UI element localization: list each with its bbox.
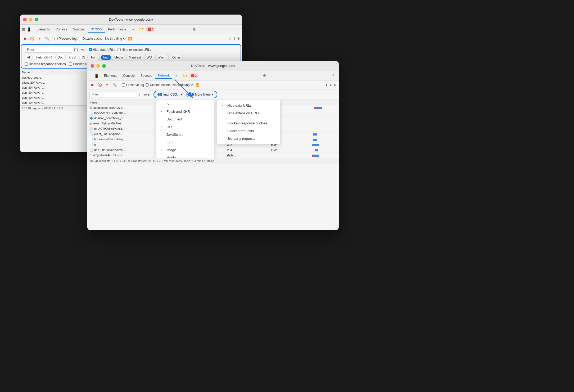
hide-data-urls-checkbox-1[interactable] — [89, 48, 92, 51]
filter-other-1[interactable]: Other — [170, 55, 183, 60]
inspect-icon[interactable]: ⊡ — [22, 27, 25, 31]
disable-cache-label-1[interactable]: Disable cache — [78, 37, 102, 40]
device-icon[interactable]: 📱 — [27, 27, 31, 31]
more-filter-hide-data[interactable]: ✓ Hide data URLs — [217, 102, 280, 109]
dropdown-font[interactable]: Font — [156, 138, 214, 146]
type-filter-chip[interactable]: 3 Img, CSS... ▾ — [155, 92, 185, 97]
search-button-2[interactable]: 🔍 — [112, 82, 117, 88]
devtools-window-2: DevTools - www.google.com/ ⊡ 📱 Elements … — [87, 61, 339, 230]
dropdown-all[interactable]: All — [156, 100, 214, 108]
more-icon-1[interactable]: ⋮ — [234, 26, 240, 33]
cell-timing — [307, 126, 339, 132]
disable-cache-label-2[interactable]: Disable cache — [146, 83, 170, 87]
clear-button-2[interactable]: 🚫 — [97, 82, 103, 88]
minimize-button-2[interactable] — [96, 64, 100, 68]
check-icon-js — [160, 133, 164, 137]
tab-elements-2[interactable]: Elements — [101, 73, 120, 79]
invert-label-2[interactable]: Invert — [139, 93, 151, 96]
blocked-cookies-label-1[interactable]: Blocked response cookies — [25, 62, 66, 66]
hide-data-urls-label-1[interactable]: Hide data URLs — [89, 48, 115, 52]
dropdown-media[interactable]: Media — [156, 154, 214, 158]
filter-button-1[interactable]: ▼ — [37, 36, 43, 42]
hide-ext-urls-checkbox-1[interactable] — [117, 48, 121, 51]
col-timing-2[interactable] — [307, 100, 339, 105]
inspect-icon-2[interactable]: ⊡ — [89, 74, 93, 78]
filter-img-1[interactable]: Img — [101, 55, 111, 60]
more-filters-chip[interactable]: 1 More filters ▾ — [186, 92, 216, 97]
err-badge-1: 🟥 3 — [146, 27, 155, 31]
dropdown-javascript[interactable]: JavaScript — [156, 131, 214, 138]
tab-network-2[interactable]: Network — [155, 73, 172, 79]
more-filter-third-party[interactable]: 3rd-party requests — [217, 135, 280, 142]
preserve-log-label-2[interactable]: Preserve log — [122, 83, 144, 87]
maximize-button-1[interactable] — [35, 18, 38, 21]
tab-console-1[interactable]: Console — [53, 26, 70, 32]
filter-input-1[interactable] — [25, 47, 72, 53]
disable-cache-checkbox-1[interactable] — [78, 37, 81, 40]
dropdown-document[interactable]: Document — [156, 115, 214, 123]
filter-font-1[interactable]: Font — [89, 55, 100, 60]
sep-2 — [120, 83, 120, 87]
tab-more-1[interactable]: » — [129, 26, 137, 32]
more-filter-blocked-cookies[interactable]: Blocked response cookies — [217, 119, 280, 127]
filter-ws-1[interactable]: WS — [144, 55, 154, 60]
filter-wasm-1[interactable]: Wasm — [155, 55, 169, 60]
tab-sources-1[interactable]: Sources — [70, 26, 87, 32]
filter-manifest-1[interactable]: Manifest — [126, 55, 143, 60]
filter-fetchxhr-1[interactable]: Fetch/XHR — [34, 55, 54, 60]
more-filter-hide-ext[interactable]: Hide extension URLs — [217, 109, 280, 117]
disable-cache-checkbox-2[interactable] — [146, 83, 149, 87]
preserve-log-checkbox-1[interactable] — [55, 37, 58, 40]
sep-1 — [52, 36, 52, 41]
settings-icon-1[interactable]: ⚙ — [237, 37, 240, 40]
xhr-icon: ◈ — [89, 122, 92, 125]
search-button-1[interactable]: 🔍 — [44, 36, 50, 42]
maximize-button-2[interactable] — [102, 64, 106, 68]
tab-sources-2[interactable]: Sources — [138, 73, 155, 79]
tab-console-2[interactable]: Console — [120, 73, 137, 79]
preserve-log-label-1[interactable]: Preserve log — [55, 37, 76, 40]
check-icon-media — [160, 156, 164, 158]
filter-input-2[interactable] — [89, 92, 137, 97]
tab-elements-1[interactable]: Elements — [34, 26, 52, 32]
minimize-button-1[interactable] — [29, 18, 33, 21]
doc-icon-4: 📄 — [89, 148, 93, 151]
more-icon-2[interactable]: ⋮ — [331, 73, 337, 79]
hide-ext-urls-label-1[interactable]: Hide extension URLs — [117, 48, 152, 52]
title-bar-1: DevTools - www.google.com/ — [20, 15, 242, 25]
throttle-select-1[interactable]: No throttling — [104, 37, 126, 41]
preserve-log-checkbox-2[interactable] — [122, 83, 125, 87]
throttle-select-2[interactable]: No throttling — [171, 83, 194, 87]
settings-icon-2[interactable]: ⚙ — [334, 83, 337, 87]
dropdown-css[interactable]: ✓ CSS — [156, 123, 214, 131]
close-button-2[interactable] — [91, 64, 94, 68]
traffic-lights-2 — [91, 64, 106, 68]
more-filter-blocked-req[interactable]: Blocked requests — [217, 127, 280, 135]
filter-css-1[interactable]: CSS — [67, 55, 78, 60]
doc-icon: 📄 — [89, 132, 93, 136]
tab-network-1[interactable]: Network — [88, 26, 105, 33]
invert-checkbox-2[interactable] — [139, 93, 142, 96]
device-icon-2[interactable]: 📱 — [94, 74, 99, 78]
tab-performance-1[interactable]: Performance — [105, 26, 129, 32]
record-button-1[interactable]: ⏺ — [22, 36, 28, 42]
filter-row-w2: Invert 3 Img, CSS... ▾ 1 More filters ▾ — [87, 89, 339, 100]
invert-label-1[interactable]: Invert — [74, 48, 87, 52]
toolbar-2: ⏺ 🚫 ▼ 🔍 Preserve log Disable cache No th… — [87, 80, 339, 89]
blocked-requests-checkbox-1[interactable] — [69, 62, 72, 66]
filter-media-1[interactable]: Media — [112, 55, 125, 60]
invert-checkbox-1[interactable] — [74, 48, 78, 51]
gear-icon-1[interactable]: ⚙ — [192, 26, 197, 33]
record-button-2[interactable]: ⏺ — [89, 82, 95, 88]
gear-icon-2[interactable]: ⚙ — [262, 73, 267, 79]
clear-button-1[interactable]: 🚫 — [29, 36, 35, 42]
filter-doc-1[interactable]: Doc — [55, 55, 66, 60]
filter-button-2[interactable]: ▼ — [104, 82, 110, 88]
dropdown-fetch-xhr[interactable]: ✓ Fetch and XHR — [156, 108, 214, 115]
filter-js-1[interactable]: JS — [79, 55, 88, 60]
dropdown-image[interactable]: ✓ Image — [156, 146, 214, 154]
close-button-1[interactable] — [23, 18, 27, 21]
filter-all-1[interactable]: All — [25, 55, 33, 60]
tab-more-2[interactable]: » — [173, 73, 180, 79]
blocked-cookies-checkbox-1[interactable] — [25, 62, 28, 66]
